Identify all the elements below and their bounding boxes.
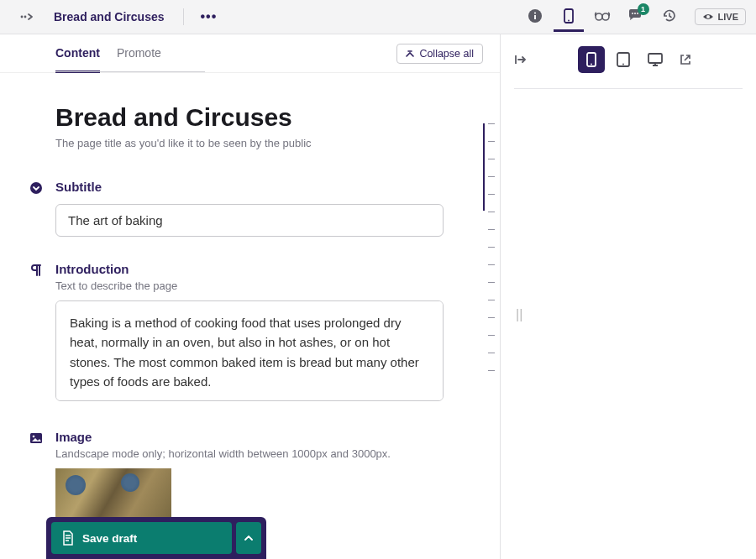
svg-point-0 xyxy=(21,16,24,18)
image-icon[interactable] xyxy=(29,431,44,446)
comment-count-badge: 1 xyxy=(638,3,649,15)
expand-sidebar-icon[interactable] xyxy=(20,11,35,23)
introduction-label: Introduction xyxy=(55,262,483,276)
svg-rect-20 xyxy=(648,54,662,63)
header-page-title[interactable]: Bread and Circuses xyxy=(49,10,170,24)
preview-pane: || xyxy=(501,34,756,559)
svg-point-6 xyxy=(568,19,570,21)
live-label: LIVE xyxy=(718,12,738,22)
preview-body: || xyxy=(514,89,743,322)
image-field: Image Landscape mode only; horizontal wi… xyxy=(55,430,483,517)
svg-point-15 xyxy=(33,436,35,438)
info-icon[interactable] xyxy=(520,2,550,32)
collapse-all-label: Collapse all xyxy=(419,48,474,60)
device-mobile-button[interactable] xyxy=(578,46,605,73)
svg-point-8 xyxy=(602,13,609,20)
title-section: Bread and Circuses The page title as you… xyxy=(55,103,483,149)
separator xyxy=(183,8,184,25)
svg-point-13 xyxy=(30,182,42,194)
subtitle-label: Subtitle xyxy=(55,180,483,194)
expand-preview-icon[interactable] xyxy=(514,54,528,65)
tabs: Content Promote xyxy=(55,35,161,72)
preview-cursor: || xyxy=(516,307,522,322)
more-actions-button[interactable]: ••• xyxy=(197,9,221,24)
save-footer: Save draft xyxy=(46,517,266,559)
device-desktop-button[interactable] xyxy=(642,46,669,73)
preview-toolbar xyxy=(514,46,743,89)
subtitle-input[interactable] xyxy=(55,204,444,237)
save-options-button[interactable] xyxy=(236,522,261,554)
tabs-row: Content Promote Collapse all xyxy=(0,34,500,73)
main: Content Promote Collapse all Bread and C… xyxy=(0,34,756,559)
svg-rect-14 xyxy=(30,433,42,443)
svg-point-10 xyxy=(634,13,636,14)
comments-icon[interactable]: 1 xyxy=(621,2,651,32)
history-icon[interactable] xyxy=(654,2,685,32)
tab-promote[interactable]: Promote xyxy=(117,35,161,72)
chevron-down-icon[interactable] xyxy=(29,180,44,196)
open-external-icon[interactable] xyxy=(679,53,692,66)
svg-point-12 xyxy=(706,15,710,18)
save-draft-button[interactable]: Save draft xyxy=(51,522,232,554)
introduction-field: Introduction Text to describe the page xyxy=(55,262,483,405)
svg-point-7 xyxy=(596,13,602,20)
accessibility-icon[interactable] xyxy=(587,2,617,32)
save-draft-label: Save draft xyxy=(82,532,137,545)
tabs-underline xyxy=(55,71,205,72)
subtitle-field: Subtitle xyxy=(55,180,483,237)
introduction-help: Text to describe the page xyxy=(55,280,483,292)
topbar-left: Bread and Circuses ••• xyxy=(20,8,220,25)
svg-point-9 xyxy=(632,13,633,14)
svg-point-17 xyxy=(591,64,592,65)
svg-rect-3 xyxy=(534,15,536,19)
svg-point-19 xyxy=(622,64,624,65)
paragraph-icon[interactable] xyxy=(29,263,44,278)
tab-content[interactable]: Content xyxy=(55,35,100,73)
image-preview[interactable] xyxy=(55,468,171,517)
svg-point-1 xyxy=(24,16,27,18)
introduction-textarea[interactable] xyxy=(55,300,444,401)
image-label: Image xyxy=(55,430,483,444)
content-area: Bread and Circuses The page title as you… xyxy=(0,73,500,559)
page-title[interactable]: Bread and Circuses xyxy=(55,103,483,132)
title-help-text: The page title as you'd like it to be se… xyxy=(55,137,483,149)
svg-point-4 xyxy=(533,12,535,13)
device-tablet-button[interactable] xyxy=(610,46,637,73)
minimap[interactable] xyxy=(483,123,495,371)
live-button[interactable]: LIVE xyxy=(695,8,746,25)
preview-icon[interactable] xyxy=(554,2,584,32)
image-help: Landscape mode only; horizontal width be… xyxy=(55,447,483,460)
editor-pane: Content Promote Collapse all Bread and C… xyxy=(0,34,501,559)
topbar-right: 1 LIVE xyxy=(520,2,746,32)
top-bar: Bread and Circuses ••• 1 LIVE xyxy=(0,0,756,34)
collapse-all-button[interactable]: Collapse all xyxy=(396,44,483,64)
